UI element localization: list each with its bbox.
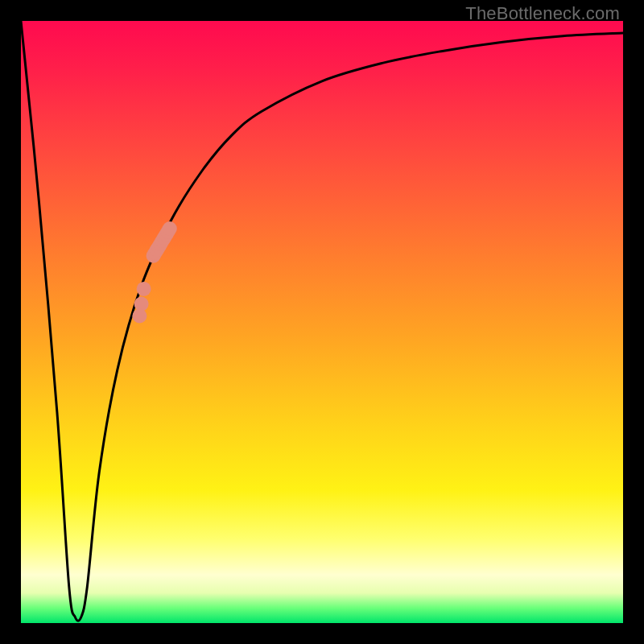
chart-frame: TheBottleneck.com <box>0 0 644 644</box>
watermark-text: TheBottleneck.com <box>465 3 620 24</box>
curve-marker <box>163 221 177 236</box>
curve-markers <box>132 221 176 323</box>
curve-marker <box>137 282 151 296</box>
curve-marker <box>132 309 147 324</box>
plot-area <box>21 21 623 623</box>
bottleneck-curve-svg <box>21 21 623 623</box>
bottleneck-curve <box>21 21 623 621</box>
